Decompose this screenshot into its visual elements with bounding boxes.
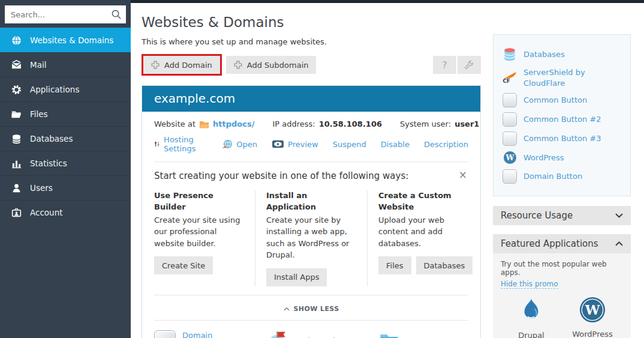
add-domain-button[interactable]: Add Domain [143,56,220,74]
search-icon [111,9,122,20]
add-subdomain-button[interactable]: Add Subdomain [226,56,317,74]
domain-tools: Domain Properties Button Additional comm… [154,330,468,338]
page-title: Websites & Domains [142,14,481,30]
question-icon: ? [442,59,447,71]
column-text: Create your site by installing a web app… [266,214,356,261]
sidebar-item-websites-domains[interactable]: Websites & Domains [0,28,131,52]
app-label: Drupal [501,331,562,338]
main-content: Websites & Domains This is where you set… [142,3,481,338]
sidebar-item-label: Users [30,183,53,193]
chevron-down-icon [615,213,623,218]
install-apps-button[interactable]: Install Apps [266,268,327,286]
sidebar-item-account[interactable]: Account [0,200,131,225]
globe-flag-icon[interactable] [266,330,289,338]
domain-card-header: example.com [142,86,480,112]
search-input[interactable] [5,5,126,23]
wordpress-icon: W [502,151,517,164]
sidebar-item-label: Databases [30,134,73,143]
column-divider [367,190,368,286]
featured-text: Try out the most popular web apps. [501,260,623,277]
right-sidebar: Databases CF ServerShield by CloudFlare … [493,34,631,338]
ftp-access-tool: FTP Access [378,330,468,338]
getting-started-header: Start creating your website in one of th… [154,171,468,181]
column-heading: Create a Custom Website [378,190,468,213]
app-wordpress[interactable]: W WordPress [562,297,623,338]
right-link-common-button[interactable]: Common Button [502,93,622,107]
create-site-button[interactable]: Create Site [154,256,213,274]
plus-icon [234,61,242,69]
chevron-up-icon [284,307,290,311]
generic-button-icon [502,93,517,107]
sidebar-item-databases[interactable]: Databases [0,126,131,151]
generic-button-icon [502,112,517,127]
right-link-wordpress[interactable]: W WordPress [502,151,622,164]
add-subdomain-label: Add Subdomain [247,61,309,70]
svg-text:CF: CF [502,78,510,84]
generic-button-icon [502,169,517,184]
sidebar-item-label: Websites & Domains [30,35,113,45]
sidebar-item-files[interactable]: Files [0,101,131,126]
files-button[interactable]: Files [378,256,411,274]
button-key-icon[interactable] [154,330,176,338]
chevron-up-icon [615,241,623,246]
user-icon [10,183,22,194]
getting-started-columns: Use Presence Builder Create your site us… [154,190,468,286]
close-icon[interactable]: × [458,171,468,179]
featured-applications-header[interactable]: Featured Applications [493,234,631,253]
web-hosting-access-tool: Web Hosting Access [266,330,356,338]
wordpress-logo-icon: W [579,297,606,323]
svg-text:W: W [505,153,514,162]
domain-properties-link[interactable]: Domain Properties Button [182,330,244,338]
column-text: Create your site using our professional … [154,214,244,250]
svg-text:W: W [585,302,600,318]
description-link[interactable]: Description [424,140,468,149]
right-link-common-button-2[interactable]: Common Button #2 [502,112,622,127]
hide-promo-link[interactable]: Hide this promo [501,280,558,289]
bar-chart-icon [10,158,22,169]
domain-name: example.com [154,91,235,106]
sidebar-item-label: Account [30,208,63,217]
folder-orange-icon [199,120,209,128]
sidebar-item-statistics[interactable]: Statistics [0,151,131,175]
right-link-databases[interactable]: Databases [502,47,622,62]
sidebar-item-mail[interactable]: Mail [0,52,131,77]
database-cylinder-icon [502,47,517,62]
domain-properties-tool: Domain Properties Button Additional comm… [154,330,244,338]
resource-usage-header[interactable]: Resource Usage [493,206,631,225]
tools-button[interactable] [458,56,481,74]
domain-actions: Hosting Settings Open Preview [154,135,468,153]
databases-button[interactable]: Databases [416,256,473,274]
ftp-folder-icon[interactable] [378,330,400,338]
show-less-link[interactable]: SHOW LESS [284,305,339,313]
presence-builder-column: Use Presence Builder Create your site us… [154,190,244,286]
install-application-column: Install an Application Create your site … [266,190,356,286]
gear-icon [10,84,22,95]
suspend-link[interactable]: Suspend [333,140,366,149]
website-at-label: Website at [154,119,195,128]
help-button[interactable]: ? [433,56,456,74]
right-link-common-button-3[interactable]: Common Button #3 [502,131,622,146]
folder-icon [10,109,22,120]
app-drupal[interactable]: Drupal [501,297,562,338]
plesk-page: Websites & Domains Mail Applications [0,0,644,338]
hosting-settings-link[interactable]: Hosting Settings [154,135,207,153]
right-link-servershield[interactable]: CF ServerShield by CloudFlare [502,67,622,88]
getting-started-title: Start creating your website in one of th… [154,171,408,181]
open-globe-icon [221,139,233,149]
docroot-link[interactable]: httpdocs/ [213,119,254,128]
sidebar-item-users[interactable]: Users [0,175,131,200]
featured-applications-body: Try out the most popular web apps. Hide … [493,253,631,338]
database-icon [10,133,22,145]
sidebar-item-applications[interactable]: Applications [0,77,131,101]
quick-links-box: Databases CF ServerShield by CloudFlare … [493,34,631,196]
system-user-label: System user: [400,119,451,128]
right-link-domain-button[interactable]: Domain Button [502,169,622,184]
globe-icon [10,35,22,46]
drupal-icon [519,297,544,324]
disable-link[interactable]: Disable [381,140,410,149]
preview-link[interactable]: Preview [272,140,318,149]
open-site-link[interactable]: Open [221,139,257,149]
annotation-highlight: Add Domain [142,54,222,76]
toolbar: Add Domain Add Subdomain ? [142,54,481,76]
column-text: Upload your web content and add database… [378,214,468,250]
